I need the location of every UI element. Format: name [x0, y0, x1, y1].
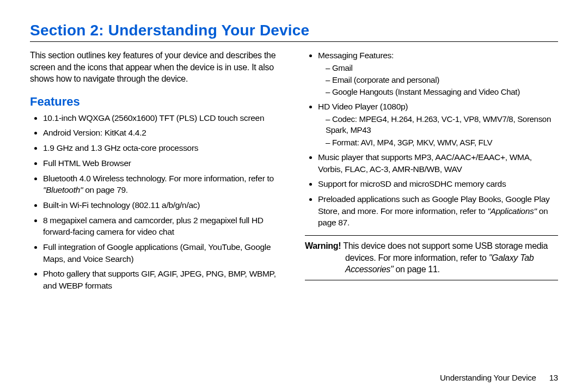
text: Bluetooth 4.0 Wireless technology. For m…: [43, 174, 274, 183]
footer-section-name: Understanding Your Device: [440, 373, 536, 382]
feature-item: Android Version: KitKat 4.4.2: [43, 127, 283, 139]
features-heading: Features: [30, 95, 283, 109]
feature-item: Built-in Wi-Fi technology (802.11 a/b/g/…: [43, 199, 283, 211]
feature-item: Photo gallery that supports GIF, AGIF, J…: [43, 268, 283, 291]
features-list-left: 10.1-inch WQXGA (2560x1600) TFT (PLS) LC…: [30, 112, 283, 292]
feature-item: Support for microSD and microSDHC memory…: [318, 178, 558, 190]
feature-item: 10.1-inch WQXGA (2560x1600) TFT (PLS) LC…: [43, 112, 283, 124]
features-list-right: Messaging Features: Gmail Email (corpora…: [305, 50, 558, 229]
sub-item: Codec: MPEG4, H.264, H.263, VC-1, VP8, W…: [326, 114, 558, 136]
sub-item: Google Hangouts (Instant Messaging and V…: [326, 87, 558, 97]
warning-text: on page 11.: [393, 265, 439, 274]
feature-item: 1.9 GHz and 1.3 GHz octa-core processors: [43, 142, 283, 154]
sub-list: Codec: MPEG4, H.264, H.263, VC-1, VP8, W…: [318, 114, 558, 148]
sub-item: Format: AVI, MP4, 3GP, MKV, WMV, ASF, FL…: [326, 137, 558, 148]
page-footer: Understanding Your Device 13: [440, 373, 558, 382]
feature-item: HD Video Player (1080p) Codec: MPEG4, H.…: [318, 101, 558, 148]
intro-paragraph: This section outlines key features of yo…: [30, 50, 283, 85]
warning-label: Warning!: [305, 241, 341, 250]
feature-item: Bluetooth 4.0 Wireless technology. For m…: [43, 173, 283, 196]
feature-item: Messaging Features: Gmail Email (corpora…: [318, 50, 558, 97]
cross-reference: "Applications": [487, 206, 536, 216]
right-column: Messaging Features: Gmail Email (corpora…: [305, 50, 558, 295]
warning-box: Warning! This device does not support so…: [305, 235, 558, 280]
feature-item: Preloaded applications such as Google Pl…: [318, 193, 558, 229]
left-column: This section outlines key features of yo…: [30, 50, 283, 295]
title-rule: [30, 41, 558, 42]
text: on page 79.: [83, 185, 128, 194]
manual-page: Section 2: Understanding Your Device Thi…: [0, 0, 588, 392]
text: HD Video Player (1080p): [318, 102, 408, 111]
feature-item: Full integration of Google applications …: [43, 241, 283, 265]
section-title: Section 2: Understanding Your Device: [30, 22, 558, 39]
text: Messaging Features:: [318, 51, 394, 60]
cross-reference: "Bluetooth": [43, 185, 83, 194]
sub-list: Gmail Email (corporate and personal) Goo…: [318, 63, 558, 98]
feature-item: Full HTML Web Browser: [43, 157, 283, 169]
sub-item: Email (corporate and personal): [326, 75, 558, 85]
feature-item: 8 megapixel camera and camcorder, plus 2…: [43, 215, 283, 238]
two-column-layout: This section outlines key features of yo…: [30, 50, 558, 295]
page-number: 13: [549, 373, 558, 382]
feature-item: Music player that supports MP3, AAC/AAC+…: [318, 151, 558, 175]
sub-item: Gmail: [326, 63, 558, 74]
